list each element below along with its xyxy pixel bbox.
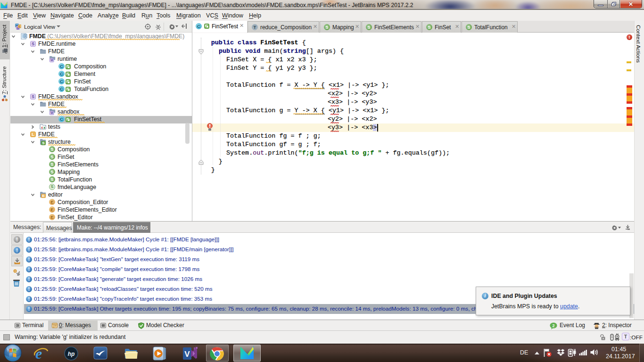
svg-text:L: L: [19, 25, 21, 28]
svg-text:E: E: [42, 194, 44, 198]
svg-text:V: V: [184, 350, 190, 359]
svg-text:hp: hp: [68, 351, 75, 357]
svg-text:M: M: [50, 111, 53, 115]
svg-text:M: M: [50, 58, 53, 62]
svg-text:2: 2: [552, 323, 554, 328]
svg-text:S: S: [42, 141, 44, 145]
